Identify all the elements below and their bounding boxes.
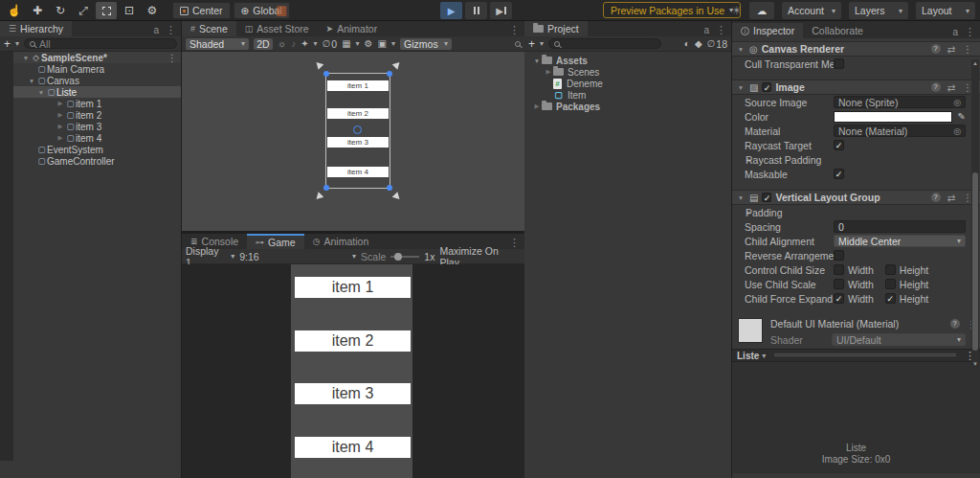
foldout-icon[interactable]: ▼ [736, 84, 746, 91]
source-image-object-field[interactable]: None (Sprite) ◎ [834, 96, 966, 108]
hidden-objects-icon[interactable]: ∅ [323, 38, 331, 49]
material-thumbnail[interactable] [738, 318, 763, 343]
tab-collaborate[interactable]: Collaborate [803, 23, 872, 38]
canvas-rect-gizmo[interactable]: item 1 item 2 item 3 item 4 [325, 73, 390, 189]
tab-hierarchy[interactable]: ☰ Hierarchy [0, 21, 72, 36]
gizmos-dropdown[interactable]: Gizmos ▾ [400, 38, 452, 50]
hierarchy-item-1[interactable]: ▶ ▢ item 1 [13, 98, 181, 109]
scene-item-bar[interactable]: item 4 [327, 167, 389, 177]
presets-icon[interactable]: ⇄ [947, 43, 956, 55]
hierarchy-scene-row[interactable]: ▼ ◇ SampleScene* ⋮ [13, 52, 181, 63]
component-enabled-checkbox[interactable]: ✓ [762, 193, 771, 202]
scene-search-icon[interactable] [515, 41, 521, 47]
component-enabled-checkbox[interactable]: ✓ [762, 82, 771, 92]
preview-drag-handle[interactable] [774, 353, 956, 358]
tab-animation[interactable]: ◷ Animation [304, 234, 378, 249]
eyedropper-icon[interactable]: ✎ [958, 111, 966, 122]
project-row-deneme[interactable]: # Deneme [524, 78, 731, 89]
scrollbar-thumb[interactable] [972, 172, 978, 351]
tab-project[interactable]: Project [524, 21, 588, 36]
anchor-handle[interactable] [392, 59, 403, 70]
hierarchy-item-gamecontroller[interactable]: ▢ GameController [13, 155, 181, 167]
foldout-icon[interactable]: ▶ [544, 68, 553, 76]
anchor-handle[interactable] [314, 59, 324, 70]
corner-handle[interactable] [387, 71, 392, 77]
foldout-icon[interactable]: ▼ [736, 46, 746, 53]
hierarchy-item-main-camera[interactable]: ▢ Main Camera [13, 63, 181, 75]
chevron-down-icon[interactable]: ▾ [314, 39, 318, 48]
foldout-icon[interactable]: ▼ [36, 89, 46, 96]
preview-header-bar[interactable]: Liste ▾ ⋮ [732, 349, 980, 362]
project-row-item[interactable]: ▢ Item [524, 89, 731, 101]
hierarchy-search-input[interactable]: All [24, 38, 177, 49]
layers-dropdown[interactable]: Layers ▾ [849, 2, 908, 19]
project-row-scenes[interactable]: ▶ Scenes [524, 66, 731, 78]
scene-viewport[interactable]: item 1 item 2 item 3 item 4 [182, 52, 524, 231]
foldout-icon[interactable]: ▶ [56, 100, 65, 107]
tab-animator[interactable]: ➤ Animator [318, 21, 387, 36]
anchor-handle[interactable] [392, 192, 403, 202]
rect-tool-button[interactable] [96, 2, 117, 19]
foldout-icon[interactable]: ▶ [56, 123, 65, 130]
scale-slider[interactable] [390, 256, 419, 258]
search-by-type-icon[interactable]: ◐ [684, 38, 690, 49]
chevron-down-icon[interactable]: ▾ [540, 39, 544, 48]
spacing-input[interactable]: 0 [834, 220, 966, 233]
hierarchy-item-3[interactable]: ▶ ▢ item 3 [13, 121, 181, 132]
reverse-arrangement-checkbox[interactable] [834, 250, 844, 261]
preview-packages-button[interactable]: Preview Packages in Use ▾ [603, 2, 741, 18]
presets-icon[interactable]: ⇄ [947, 192, 956, 203]
hierarchy-item-2[interactable]: ▶ ▢ item 2 [13, 109, 181, 121]
inspector-scrollbar[interactable]: ▲ ▼ [971, 59, 979, 368]
raycast-target-checkbox[interactable]: ✓ [834, 140, 844, 150]
component-header-vertical-layout-group[interactable]: ▼ ▤ ✓ Vertical Layout Group ? ⇄ ⋮ [732, 190, 980, 205]
hierarchy-item-4[interactable]: ▶ ▢ item 4 [13, 132, 181, 144]
account-dropdown[interactable]: Account ▾ [782, 2, 841, 19]
2d-toggle-button[interactable]: 2D [254, 38, 273, 50]
audio-toggle-icon[interactable]: ♪ [291, 38, 296, 49]
help-icon[interactable]: ? [931, 44, 941, 54]
tab-game[interactable]: ⊶ Game [247, 234, 304, 249]
pivot-toggle-button[interactable]: Center [172, 2, 231, 19]
panel-menu-icon[interactable]: ⋮ [716, 24, 726, 36]
scene-item-bar[interactable]: item 1 [327, 80, 389, 91]
hierarchy-item-liste-selected[interactable]: ▼ ▢ Liste [13, 86, 181, 98]
help-icon[interactable]: ? [950, 319, 960, 329]
foldout-icon[interactable]: ▼ [736, 194, 746, 201]
chevron-down-icon[interactable]: ▾ [15, 39, 19, 48]
foldout-icon[interactable]: ▶ [56, 134, 65, 142]
transform-tool-button[interactable]: ⊡ [119, 2, 140, 19]
child-alignment-dropdown[interactable]: Middle Center ▾ [834, 235, 966, 247]
hidden-count-icon[interactable]: ∅ [707, 38, 716, 49]
shading-mode-dropdown[interactable]: Shaded ▾ [186, 38, 249, 50]
camera-settings-icon[interactable]: ▣ [378, 38, 387, 49]
search-by-label-icon[interactable]: ◆ [695, 38, 702, 49]
project-search-input[interactable] [548, 38, 661, 49]
play-button[interactable]: ▶ [440, 2, 462, 19]
panel-menu-icon[interactable]: ⋮ [509, 24, 520, 36]
foldout-icon[interactable]: ▶ [532, 102, 542, 110]
expand-height-checkbox[interactable]: ✓ [885, 293, 896, 304]
panel-menu-icon[interactable]: ⋮ [965, 26, 975, 38]
pivot-handle[interactable] [353, 125, 362, 134]
corner-handle[interactable] [387, 185, 392, 191]
help-icon[interactable]: ? [931, 193, 941, 202]
custom-tool-button[interactable]: ⚙ [142, 2, 163, 19]
chevron-down-icon[interactable]: ▾ [391, 39, 395, 48]
create-button[interactable]: + [528, 37, 535, 51]
lock-icon[interactable]: a [703, 25, 709, 35]
expand-width-checkbox[interactable]: ✓ [834, 293, 844, 304]
scale-width-checkbox[interactable] [834, 279, 844, 289]
scale-height-checkbox[interactable] [885, 279, 896, 289]
component-header-image[interactable]: ▼ ▨ ✓ Image ? ⇄ ⋮ [732, 80, 980, 95]
pause-button[interactable] [465, 2, 487, 19]
help-icon[interactable]: ? [931, 82, 941, 92]
object-picker-icon[interactable]: ◎ [953, 126, 961, 136]
project-row-assets[interactable]: ▼ Assets [524, 55, 731, 66]
tab-asset-store[interactable]: ◫ Asset Store [236, 21, 318, 36]
component-tools-icon[interactable]: ⚙ [365, 38, 373, 49]
scene-item-bar[interactable]: item 3 [327, 137, 389, 148]
hand-tool-button[interactable]: ☝ [4, 2, 25, 19]
foldout-icon[interactable]: ▼ [532, 57, 542, 64]
corner-handle[interactable] [323, 71, 329, 77]
